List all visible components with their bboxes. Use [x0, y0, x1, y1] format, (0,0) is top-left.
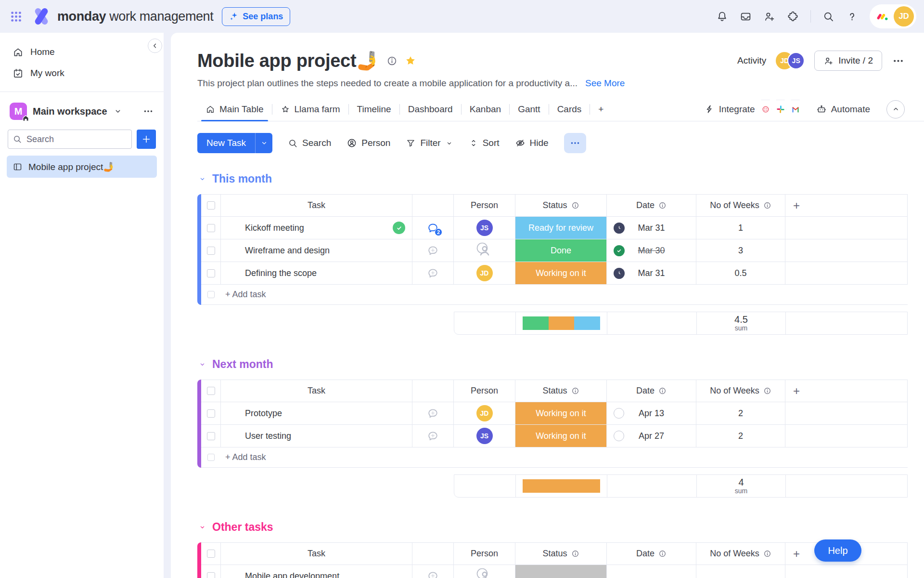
chevron-down-icon[interactable]: [198, 175, 206, 183]
date-cell[interactable]: [607, 565, 696, 578]
sidebar-item-my-work[interactable]: My work: [7, 63, 157, 84]
task-cell[interactable]: User testing: [221, 425, 412, 447]
status-label[interactable]: Working on it: [515, 262, 606, 284]
filter-button[interactable]: Filter: [406, 138, 453, 148]
add-column-button[interactable]: +: [785, 194, 908, 217]
apps-marketplace-button[interactable]: [787, 11, 799, 23]
help-menu-button[interactable]: [846, 11, 858, 23]
tab-llama-farm[interactable]: Llama farm: [272, 97, 348, 121]
user-avatar[interactable]: JD: [894, 6, 914, 26]
column-header-person[interactable]: Person: [454, 194, 515, 217]
status-label[interactable]: Working on it: [515, 425, 606, 447]
workspace-switcher[interactable]: M Main workspace: [7, 100, 157, 123]
avatar[interactable]: JS: [476, 428, 493, 444]
column-header-task[interactable]: Task: [221, 542, 412, 565]
chat-cell[interactable]: [412, 565, 454, 578]
chevron-down-icon[interactable]: [198, 523, 206, 531]
sidebar-search-input[interactable]: [8, 130, 132, 149]
chat-cell[interactable]: [412, 262, 454, 285]
tab-main-table[interactable]: Main Table: [197, 97, 272, 121]
column-header-weeks[interactable]: No of Weeks: [696, 380, 785, 402]
row-checkbox[interactable]: [207, 224, 215, 232]
summary-status-cell[interactable]: [516, 475, 607, 497]
add-chat-icon[interactable]: [427, 407, 439, 420]
status-distribution-bar[interactable]: [523, 316, 600, 330]
select-all-checkbox[interactable]: [207, 201, 215, 210]
select-all-checkbox[interactable]: [207, 387, 215, 395]
weeks-cell[interactable]: 2: [696, 402, 785, 425]
task-cell[interactable]: Mobile app development: [221, 565, 412, 578]
user-pill[interactable]: JD: [870, 4, 916, 28]
task-cell[interactable]: Wireframe and design: [221, 239, 412, 262]
weeks-cell[interactable]: 1: [696, 217, 785, 239]
avatar[interactable]: JS: [476, 220, 493, 236]
add-chat-icon[interactable]: [427, 430, 439, 442]
status-label[interactable]: Ready for review: [515, 217, 606, 239]
tab-gantt[interactable]: Gantt: [510, 97, 548, 121]
date-cell[interactable]: Apr 27: [607, 425, 696, 447]
automate-button[interactable]: Automate: [812, 101, 874, 118]
date-cell[interactable]: Apr 13: [607, 402, 696, 425]
date-cell[interactable]: Mar 30: [607, 239, 696, 262]
tab-dashboard[interactable]: Dashboard: [400, 97, 461, 121]
column-header-weeks[interactable]: No of Weeks: [696, 194, 785, 217]
see-plans-button[interactable]: See plans: [222, 7, 290, 26]
tab-timeline[interactable]: Timeline: [349, 97, 399, 121]
chat-cell[interactable]: [412, 425, 454, 447]
add-chat-icon[interactable]: [427, 245, 439, 257]
see-more-link[interactable]: See More: [585, 78, 625, 89]
summary-status-cell[interactable]: [516, 312, 607, 334]
group-title-row[interactable]: Next month: [198, 358, 905, 371]
column-header-status[interactable]: Status: [515, 380, 607, 402]
add-chat-icon[interactable]: [427, 570, 439, 578]
add-view-button[interactable]: +: [590, 97, 612, 121]
notifications-button[interactable]: [716, 11, 728, 23]
add-chat-icon[interactable]: [427, 267, 439, 279]
search-tool-button[interactable]: Search: [288, 138, 331, 148]
row-checkbox[interactable]: [207, 247, 215, 255]
activity-avatars[interactable]: JD JS: [776, 52, 805, 69]
apps-grid-button[interactable]: [10, 10, 23, 23]
row-checkbox[interactable]: [207, 572, 215, 578]
sidebar-collapse-button[interactable]: [148, 39, 162, 53]
person-cell[interactable]: JS: [454, 425, 515, 447]
tab-kanban[interactable]: Kanban: [462, 97, 510, 121]
column-header-task[interactable]: Task: [221, 194, 412, 217]
column-header-status[interactable]: Status: [515, 194, 607, 217]
summary-weeks-cell[interactable]: 4.5sum: [697, 312, 786, 334]
inbox-button[interactable]: [740, 11, 752, 23]
date-cell[interactable]: Mar 31: [607, 262, 696, 285]
avatar[interactable]: JD: [476, 405, 493, 421]
column-header-date[interactable]: Date: [607, 380, 696, 402]
avatar[interactable]: JD: [476, 265, 493, 281]
column-header-task[interactable]: Task: [221, 380, 412, 402]
add-task-label[interactable]: + Add task: [225, 452, 266, 462]
chat-cell[interactable]: 2: [412, 217, 454, 239]
tab-cards[interactable]: Cards: [549, 97, 590, 121]
status-cell[interactable]: Working on it: [515, 262, 607, 285]
info-icon[interactable]: [386, 55, 398, 66]
invite-button[interactable]: Invite / 2: [814, 51, 882, 71]
chat-cell[interactable]: [412, 239, 454, 262]
new-task-dropdown-button[interactable]: [255, 133, 272, 153]
global-search-button[interactable]: [822, 11, 834, 23]
date-cell[interactable]: Mar 31: [607, 217, 696, 239]
add-board-button[interactable]: [137, 130, 156, 149]
person-filter-button[interactable]: Person: [346, 138, 390, 148]
task-cell[interactable]: Prototype: [221, 402, 412, 425]
column-header-person[interactable]: Person: [454, 380, 515, 402]
task-cell[interactable]: Kickoff meeting: [221, 217, 412, 239]
sidebar-item-board[interactable]: Mobile app project🤳: [7, 156, 157, 178]
chevron-down-icon[interactable]: [113, 106, 123, 116]
summary-weeks-cell[interactable]: 4sum: [697, 475, 786, 497]
status-cell[interactable]: Done: [515, 239, 607, 262]
person-cell[interactable]: JD: [454, 402, 515, 425]
person-placeholder-icon[interactable]: [476, 568, 493, 578]
toolbar-more-button[interactable]: [564, 133, 586, 153]
help-button[interactable]: Help: [814, 539, 861, 562]
status-label[interactable]: Working on it: [515, 402, 606, 424]
row-checkbox[interactable]: [207, 432, 215, 440]
workspace-menu-icon[interactable]: [142, 105, 154, 117]
add-column-button[interactable]: +: [785, 380, 908, 402]
weeks-cell[interactable]: [696, 565, 785, 578]
